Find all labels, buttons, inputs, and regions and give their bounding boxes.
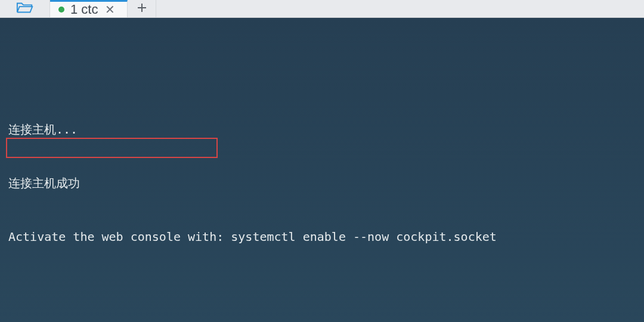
tab-label: 1 ctc [70,2,98,17]
tab-close-icon[interactable]: ✕ [104,4,116,16]
terminal-pane[interactable]: 连接主机... 连接主机成功 Activate the web console … [0,18,644,322]
open-folder-button[interactable] [0,0,50,17]
plus-icon [137,2,147,16]
terminal-line: 连接主机... [8,120,636,138]
tab-bar: 1 ctc ✕ [0,0,644,18]
highlight-box [6,138,218,158]
terminal-line: 连接主机成功 [8,174,636,192]
app-window: 1 ctc ✕ 连接主机... 连接主机成功 Activate the web … [0,0,644,322]
terminal-blank-line [8,281,636,299]
tab-active[interactable]: 1 ctc ✕ [50,0,128,17]
folder-open-icon [16,1,34,17]
tab-modified-dot-icon [58,7,64,13]
terminal-line: Activate the web console with: systemctl… [8,228,636,246]
new-tab-button[interactable] [128,0,156,17]
